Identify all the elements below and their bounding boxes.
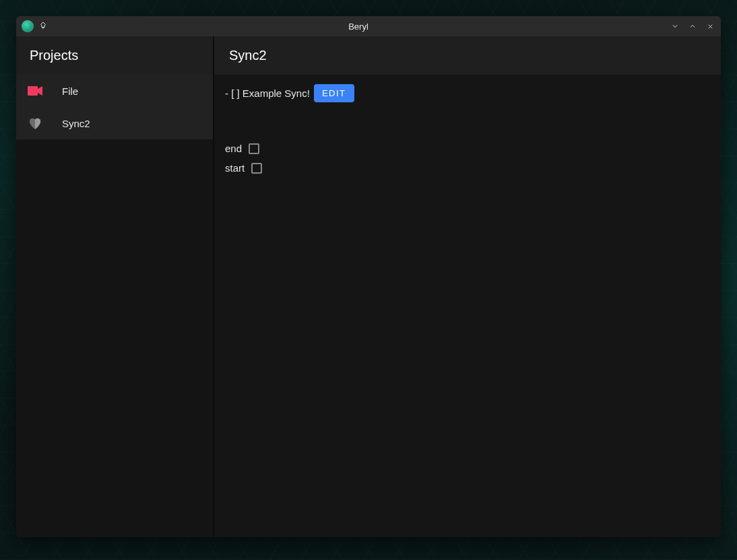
main-panel: Sync2 - [ ] Example Sync! EDIT end start xyxy=(214,36,721,537)
camera-icon xyxy=(27,83,43,99)
checkbox-end[interactable] xyxy=(249,143,259,154)
content-area: Projects File xyxy=(16,36,721,537)
task-row: - [ ] Example Sync! EDIT xyxy=(225,84,710,102)
sidebar-item-label: File xyxy=(62,85,78,97)
sidebar-item-label: Sync2 xyxy=(62,118,90,129)
pin-icon[interactable] xyxy=(39,22,47,32)
main-title: Sync2 xyxy=(214,36,721,75)
sidebar-item-sync2[interactable]: Sync2 xyxy=(16,107,213,139)
maximize-icon[interactable] xyxy=(687,21,698,32)
main-body: - [ ] Example Sync! EDIT end start xyxy=(214,75,721,537)
sidebar-list: File Sync2 xyxy=(16,75,213,139)
window-title: Beryl xyxy=(47,22,670,32)
heart-icon xyxy=(27,115,43,131)
app-icon xyxy=(22,20,34,32)
checkbox-label: end xyxy=(225,143,242,154)
checkbox-label: start xyxy=(225,162,245,174)
sidebar-empty-area xyxy=(16,139,213,537)
task-text: - [ ] Example Sync! xyxy=(225,88,310,99)
checkbox-start[interactable] xyxy=(251,163,262,174)
checkbox-row-end: end xyxy=(225,143,710,154)
svg-rect-0 xyxy=(28,86,38,96)
sidebar-item-file[interactable]: File xyxy=(16,75,213,107)
app-window: Beryl Projects xyxy=(16,16,721,537)
minimize-icon[interactable] xyxy=(670,21,680,32)
checkbox-row-start: start xyxy=(225,162,710,174)
close-icon[interactable] xyxy=(705,21,715,32)
titlebar: Beryl xyxy=(16,16,721,36)
sidebar: Projects File xyxy=(16,36,213,537)
sidebar-header: Projects xyxy=(16,36,213,75)
edit-button[interactable]: EDIT xyxy=(314,84,354,102)
